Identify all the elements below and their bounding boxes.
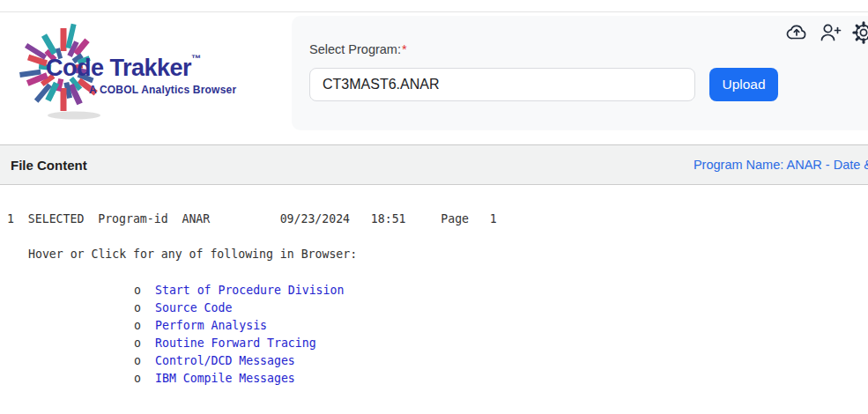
program-input[interactable] xyxy=(309,68,695,101)
bullet: o xyxy=(134,284,141,297)
report-hover-line: Hover or Click for any of following in B… xyxy=(28,246,357,263)
upload-button[interactable]: Upload xyxy=(709,68,778,101)
bullet: o xyxy=(134,372,141,385)
link-start-of-procedure-division[interactable]: Start of Procedure Division xyxy=(155,284,344,297)
select-program-card: Select Program:* Upload xyxy=(292,16,868,130)
link-control-dcd-messages[interactable]: Control/DCD Messages xyxy=(155,354,295,367)
add-user-icon[interactable] xyxy=(819,21,842,44)
bullet: o xyxy=(134,301,141,314)
bullet: o xyxy=(134,354,141,367)
settings-gear-icon[interactable] xyxy=(852,21,868,44)
list-item: o Perform Analysis xyxy=(134,316,344,334)
select-program-label: Select Program:* xyxy=(309,42,407,56)
file-content-bar: File Content Program Name: ANAR - Date & xyxy=(0,144,868,185)
list-item: o Start of Procedure Division xyxy=(134,281,344,299)
code-trakker-app: Code Trakker™ A COBOL Analytics Browser … xyxy=(0,0,868,414)
brand-tagline: A COBOL Analytics Browser xyxy=(89,84,236,96)
link-perform-analysis[interactable]: Perform Analysis xyxy=(155,319,267,332)
link-ibm-compile-messages[interactable]: IBM Compile Messages xyxy=(155,372,295,385)
file-content-title: File Content xyxy=(0,158,87,173)
list-item: o IBM Compile Messages xyxy=(134,369,344,387)
required-asterisk: * xyxy=(402,42,407,56)
bullet: o xyxy=(134,336,141,350)
link-source-code[interactable]: Source Code xyxy=(155,301,232,314)
header-icon-toolbar xyxy=(785,21,868,44)
program-name-info: Program Name: ANAR - Date & xyxy=(694,158,868,172)
browser-link-list: o Start of Procedure Division o Source C… xyxy=(134,281,344,387)
brand-name: Code Trakker xyxy=(46,55,191,81)
logo-text: Code Trakker™ A COBOL Analytics Browser xyxy=(46,55,236,96)
code-trakker-logo: Code Trakker™ A COBOL Analytics Browser xyxy=(5,18,261,124)
top-divider xyxy=(0,11,868,12)
trademark-symbol: ™ xyxy=(191,53,201,63)
list-item: o Routine Forward Tracing xyxy=(134,334,344,351)
link-routine-forward-tracing[interactable]: Routine Forward Tracing xyxy=(155,336,316,350)
list-item: o Control/DCD Messages xyxy=(134,351,344,369)
bullet: o xyxy=(134,319,141,332)
report-content: 1 SELECTED Program-id ANAR 09/23/2024 18… xyxy=(0,185,868,414)
cloud-upload-icon[interactable] xyxy=(785,21,808,44)
list-item: o Source Code xyxy=(134,299,344,316)
report-header-line: 1 SELECTED Program-id ANAR 09/23/2024 18… xyxy=(7,211,497,228)
